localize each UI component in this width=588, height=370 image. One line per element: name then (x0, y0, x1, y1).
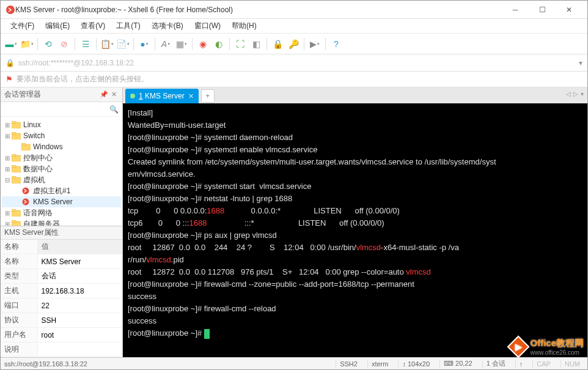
tree-item[interactable]: ⊞自建服务器 (2, 218, 121, 226)
svg-rect-6 (21, 143, 26, 146)
prop-value: 22 (37, 298, 122, 313)
close-button[interactable]: ✕ (556, 1, 582, 18)
folder-icon (12, 131, 21, 140)
menu-view[interactable]: 查看(V) (76, 19, 110, 33)
lock-icon: 🔒 (6, 59, 15, 67)
folder-icon (21, 142, 31, 151)
terminal-line: success (128, 315, 582, 327)
menu-bar: 文件(F) 编辑(E) 查看(V) 工具(T) 选项卡(B) 窗口(W) 帮助(… (1, 19, 587, 34)
left-panel: 会话管理器 📌 ✕ 🔍 ⊞Linux⊞SwitchWindows⊞控制中心⊞数据… (1, 87, 123, 357)
menu-tabs[interactable]: 选项卡(B) (147, 19, 188, 33)
address-bar[interactable]: 🔒 ssh://root:********@192.168.3.18:22 ▾ (1, 54, 587, 72)
font-button[interactable]: A (159, 37, 172, 51)
svg-rect-10 (12, 165, 16, 168)
tab-kms-server[interactable]: 1 KMS Server ✕ (125, 89, 199, 103)
session-search[interactable]: 🔍 (1, 102, 122, 117)
pin-icon[interactable]: 📌 (99, 91, 109, 98)
copy-button[interactable]: 📋 (100, 37, 114, 51)
tree-item[interactable]: Windows (2, 141, 121, 152)
tree-label: Windows (33, 142, 63, 151)
separator (266, 38, 267, 50)
prop-value: 会话 (37, 269, 122, 284)
property-row: 端口22 (1, 298, 122, 313)
folder-icon (12, 176, 21, 184)
tab-label: KMS Server (145, 92, 185, 100)
new-session-button[interactable]: ▬ (4, 37, 18, 51)
tree-item[interactable]: 虚拟主机#1 (2, 185, 121, 196)
tree-item[interactable]: ⊞Linux (2, 119, 121, 130)
terminal-line: [root@linuxprobe ~]# firewall-cmd --zone… (128, 278, 582, 290)
session-tree[interactable]: ⊞Linux⊞SwitchWindows⊞控制中心⊞数据中心⊟虚拟机虚拟主机#1… (1, 117, 122, 226)
properties-button[interactable]: ☰ (79, 37, 92, 51)
script-button[interactable]: ▶ (308, 37, 322, 51)
prop-col-name: 名称 (1, 240, 37, 254)
color-button[interactable]: ▦ (175, 37, 188, 51)
terminal-line: root 12872 0.0 0.0 112708 976 pts/1 S+ 1… (128, 266, 582, 278)
tab-scroll-right-icon[interactable]: ▷ (573, 91, 578, 97)
terminal[interactable]: [Install]WantedBy=multi-user.target[root… (123, 103, 587, 357)
content-area: 会话管理器 📌 ✕ 🔍 ⊞Linux⊞SwitchWindows⊞控制中心⊞数据… (1, 87, 587, 357)
status-bar: ssh://root@192.168.3.18:22 SSH2 xterm ↕ … (1, 357, 587, 369)
find-button[interactable]: ● (138, 37, 151, 51)
expand-icon[interactable]: ⊞ (3, 166, 12, 172)
expand-icon[interactable]: ⊞ (3, 221, 12, 226)
expand-icon[interactable]: ⊞ (3, 133, 12, 139)
menu-window[interactable]: 窗口(W) (189, 19, 226, 33)
transparency-button[interactable]: ◧ (249, 37, 263, 51)
title-bar: KMS Server - root@linuxprobe:~ - Xshell … (1, 1, 587, 19)
tree-item[interactable]: ⊟虚拟机 (2, 174, 121, 185)
xftp-button[interactable]: ◐ (212, 37, 226, 51)
tab-close-icon[interactable]: ✕ (188, 92, 194, 100)
status-sessions: 1 会话 (482, 359, 509, 368)
prop-key: 用户名 (1, 328, 37, 342)
disconnect-button[interactable]: ⊘ (57, 37, 71, 51)
folder-icon (12, 165, 21, 173)
menu-edit[interactable]: 编辑(E) (40, 19, 75, 33)
maximize-button[interactable]: ☐ (529, 1, 556, 18)
reconnect-button[interactable]: ⟲ (42, 37, 55, 51)
expand-icon[interactable]: ⊞ (3, 122, 12, 128)
tree-item[interactable]: KMS Server (2, 196, 121, 207)
tree-label: KMS Server (33, 198, 73, 206)
terminal-line: [Install] (128, 107, 582, 119)
svg-rect-4 (12, 132, 16, 135)
tree-item[interactable]: ⊞语音网络 (2, 207, 121, 218)
hint-text: 要添加当前会话，点击左侧的箭头按钮。 (17, 74, 149, 84)
paste-button[interactable]: 📄 (116, 37, 130, 51)
tree-item[interactable]: ⊞数据中心 (2, 163, 121, 174)
expand-icon[interactable]: ⊞ (3, 210, 12, 216)
lock-button[interactable]: 🔒 (271, 37, 284, 51)
tree-item[interactable]: ⊞控制中心 (2, 152, 121, 163)
menu-file[interactable]: 文件(F) (6, 19, 39, 33)
expand-icon[interactable]: ⊞ (3, 155, 12, 161)
tab-status-icon (130, 94, 135, 98)
folder-icon (12, 154, 21, 162)
prop-key: 类型 (1, 269, 37, 284)
panel-close-icon[interactable]: ✕ (109, 91, 119, 98)
key-button[interactable]: 🔑 (287, 37, 300, 51)
tab-scroll-left-icon[interactable]: ◁ (566, 91, 571, 97)
tree-item[interactable]: ⊞Switch (2, 130, 121, 141)
tab-menu-icon[interactable]: ▾ (581, 91, 584, 97)
app-icon (6, 5, 15, 15)
separator (325, 38, 326, 50)
tree-label: 虚拟机 (23, 175, 45, 185)
prop-value: KMS Server (37, 254, 122, 269)
menu-tools[interactable]: 工具(T) (111, 19, 145, 33)
separator (37, 38, 38, 50)
terminal-line: tcp6 0 0 :::1688 :::* LISTEN off (0.00/0… (128, 217, 582, 229)
new-tab-button[interactable]: + (201, 89, 215, 103)
menu-help[interactable]: 帮助(H) (227, 19, 262, 33)
dropdown-icon[interactable]: ▾ (579, 59, 582, 67)
status-cap: CAP (532, 360, 554, 368)
help-button[interactable]: ? (329, 37, 343, 51)
minimize-button[interactable]: ─ (502, 1, 529, 18)
tab-strip: 1 KMS Server ✕ + ◁ ▷ ▾ (123, 87, 587, 103)
open-button[interactable]: 📁 (20, 37, 34, 51)
xshell-button[interactable]: ◉ (196, 37, 210, 51)
expand-icon[interactable]: ⊟ (3, 177, 12, 183)
terminal-cursor (204, 329, 210, 339)
fullscreen-button[interactable]: ⛶ (233, 37, 247, 51)
svg-rect-8 (12, 154, 16, 157)
right-panel: 1 KMS Server ✕ + ◁ ▷ ▾ [Install]WantedBy… (123, 87, 587, 357)
